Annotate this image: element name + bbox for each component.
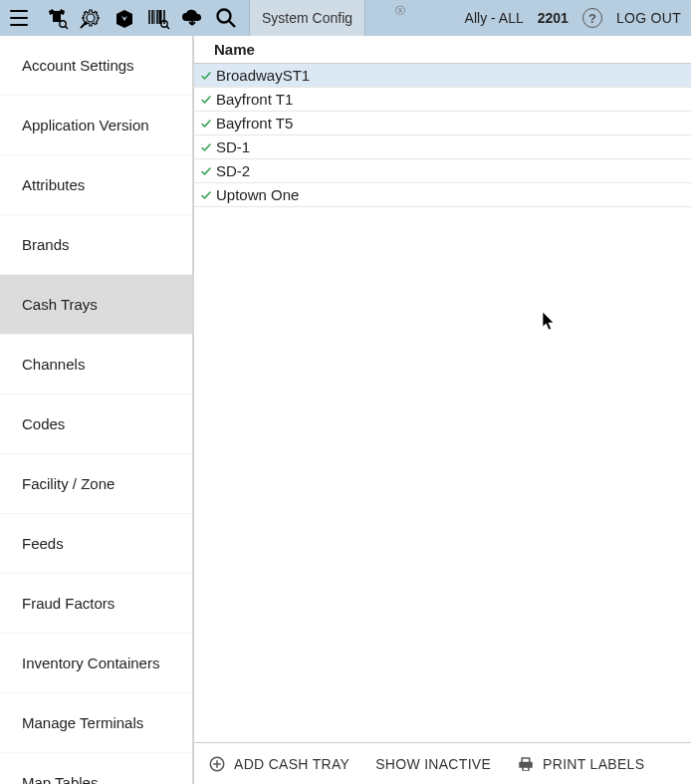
svg-point-10	[218, 10, 231, 23]
table-row[interactable]: SD-1	[194, 135, 691, 159]
tab-label: System Config	[262, 10, 352, 26]
help-icon[interactable]: ?	[582, 8, 602, 28]
sidebar-item-label: Map Tables	[22, 774, 98, 784]
table-row[interactable]: BroadwayST1	[194, 64, 691, 88]
sidebar-item[interactable]: Account Settings	[0, 36, 192, 96]
row-name: SD-1	[216, 138, 250, 155]
sidebar-item-label: Attributes	[22, 176, 85, 193]
top-icon-row	[44, 5, 239, 31]
sidebar-item-label: Facility / Zone	[22, 475, 115, 492]
content-pane: Name BroadwayST1Bayfront T1Bayfront T5SD…	[194, 36, 691, 784]
sidebar-item-label: Inventory Containers	[22, 654, 159, 671]
table-row[interactable]: Bayfront T5	[194, 112, 691, 135]
hamburger-menu[interactable]	[8, 7, 30, 29]
show-inactive-label: SHOW INACTIVE	[375, 756, 491, 772]
sidebar-item-label: Channels	[22, 356, 85, 373]
table-body: BroadwayST1Bayfront T1Bayfront T5SD-1SD-…	[194, 64, 691, 742]
check-icon	[198, 68, 214, 84]
sidebar-item[interactable]: Cash Trays	[0, 275, 192, 335]
sidebar-item[interactable]: Attributes	[0, 155, 192, 215]
row-name: Uptown One	[216, 186, 299, 203]
cloud-download-icon[interactable]	[179, 5, 205, 31]
svg-line-11	[229, 21, 235, 27]
sidebar-item-label: Account Settings	[22, 57, 134, 74]
search-icon[interactable]	[213, 5, 239, 31]
close-icon[interactable]: ⓧ	[395, 0, 405, 18]
sidebar-item[interactable]: Channels	[0, 335, 192, 394]
add-cash-tray-button[interactable]: ADD CASH TRAY	[208, 755, 349, 773]
check-icon	[198, 116, 214, 131]
sidebar-item-label: Brands	[22, 236, 70, 253]
gear-wrench-icon[interactable]	[78, 5, 104, 31]
sidebar-item[interactable]: Codes	[0, 394, 192, 454]
check-icon	[198, 92, 214, 108]
print-labels-label: PRINT LABELS	[543, 756, 644, 772]
sidebar-item[interactable]: Application Version	[0, 96, 192, 155]
add-cash-tray-label: ADD CASH TRAY	[234, 756, 349, 772]
row-name: BroadwayST1	[216, 67, 310, 84]
sidebar-item-label: Cash Trays	[22, 296, 98, 313]
svg-line-1	[65, 26, 68, 29]
top-bar: System Config ⓧ Ally - ALL 2201 ? LOG OU…	[0, 0, 691, 36]
sidebar-item[interactable]: Inventory Containers	[0, 634, 192, 693]
check-icon	[198, 163, 214, 179]
show-inactive-button[interactable]: SHOW INACTIVE	[375, 756, 491, 772]
logout-button[interactable]: LOG OUT	[616, 10, 681, 26]
column-header-name[interactable]: Name	[194, 36, 691, 64]
sidebar-item-label: Codes	[22, 415, 65, 432]
printer-icon	[517, 755, 535, 773]
topbar-right: Ally - ALL 2201 ? LOG OUT	[465, 0, 681, 36]
svg-point-0	[60, 21, 66, 27]
main-area: Account SettingsApplication VersionAttri…	[0, 36, 691, 784]
sidebar-item[interactable]: Map Tables	[0, 753, 192, 784]
package-download-icon[interactable]	[112, 5, 137, 31]
sidebar-item-label: Feeds	[22, 535, 64, 552]
sidebar-item[interactable]: Manage Terminals	[0, 693, 192, 753]
row-name: Bayfront T1	[216, 91, 293, 108]
check-icon	[198, 187, 214, 203]
user-label[interactable]: Ally - ALL	[465, 10, 524, 26]
check-icon	[198, 139, 214, 155]
sidebar-item-label: Manage Terminals	[22, 714, 143, 731]
tab-system-config[interactable]: System Config	[249, 0, 365, 36]
print-labels-button[interactable]: PRINT LABELS	[517, 755, 644, 773]
footer-toolbar: ADD CASH TRAY SHOW INACTIVE PRINT LABELS	[194, 742, 691, 784]
plus-circle-icon	[208, 755, 226, 773]
sidebar: Account SettingsApplication VersionAttri…	[0, 36, 194, 784]
row-name: SD-2	[216, 162, 250, 179]
sidebar-item-label: Fraud Factors	[22, 595, 115, 612]
row-name: Bayfront T5	[216, 115, 293, 131]
table-row[interactable]: SD-2	[194, 159, 691, 183]
sidebar-item[interactable]: Fraud Factors	[0, 574, 192, 634]
table-row[interactable]: Bayfront T1	[194, 88, 691, 112]
table-row[interactable]: Uptown One	[194, 183, 691, 207]
barcode-search-icon[interactable]	[145, 5, 171, 31]
sidebar-item[interactable]: Facility / Zone	[0, 454, 192, 514]
sidebar-item[interactable]: Brands	[0, 215, 192, 275]
user-code: 2201	[538, 10, 569, 26]
sidebar-item[interactable]: Feeds	[0, 514, 192, 574]
sidebar-item-label: Application Version	[22, 117, 149, 133]
svg-line-9	[166, 26, 169, 29]
tshirt-search-icon[interactable]	[44, 5, 70, 31]
